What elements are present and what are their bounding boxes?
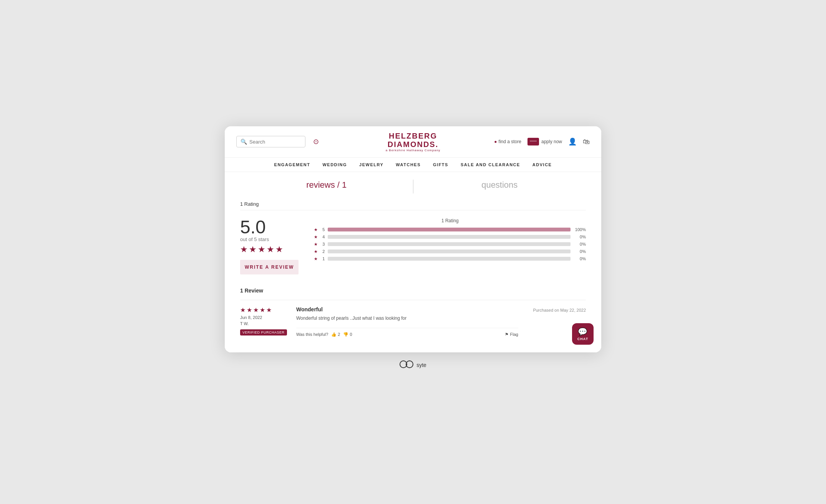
write-review-button[interactable]: WRITE A REVIEW bbox=[240, 260, 299, 274]
bar-pct-1: 0% bbox=[574, 256, 586, 261]
review-title: Wonderful bbox=[296, 306, 518, 312]
score-number: 5.0 bbox=[240, 218, 266, 236]
rating-bars: 1 Rating ★ 5 100% ★ 4 0% ★ 3 0% ★ bbox=[314, 218, 586, 264]
thumbs-up-icon: 👍 bbox=[331, 332, 337, 337]
bar-fill-5 bbox=[328, 228, 571, 231]
bar-pct-4: 0% bbox=[574, 235, 586, 239]
thumbs-down-icon: 👎 bbox=[343, 332, 348, 337]
bar-star-icon: ★ bbox=[314, 227, 318, 232]
thumbs-up-count: 2 bbox=[338, 332, 340, 337]
star-4: ★ bbox=[267, 245, 274, 254]
r-star-4: ★ bbox=[260, 306, 265, 314]
thumbs-down-count: 0 bbox=[350, 332, 352, 337]
bar-label-5: 5 bbox=[321, 227, 325, 232]
user-icon[interactable]: 👤 bbox=[568, 137, 577, 146]
big-score: 5.0 out of 5 stars ★ ★ ★ ★ ★ WRITE A REV… bbox=[240, 218, 299, 274]
nav-item-engagement[interactable]: ENGAGEMENT bbox=[274, 162, 310, 167]
apply-now-area[interactable]: apply now bbox=[527, 138, 562, 145]
tab-questions[interactable]: questions bbox=[413, 180, 586, 193]
bar-row-3: ★ 3 0% bbox=[314, 242, 586, 247]
rating-overview: 5.0 out of 5 stars ★ ★ ★ ★ ★ WRITE A REV… bbox=[240, 214, 586, 278]
apply-now-text[interactable]: apply now bbox=[541, 139, 562, 144]
star-2: ★ bbox=[249, 245, 257, 254]
svg-rect-1 bbox=[530, 140, 537, 142]
r-star-1: ★ bbox=[240, 306, 245, 314]
bar-pct-3: 0% bbox=[574, 242, 586, 246]
chat-icon: 💬 bbox=[578, 327, 588, 336]
bar-track-4 bbox=[328, 235, 571, 239]
syte-logo-icon bbox=[400, 360, 413, 370]
flag-label: Flag bbox=[510, 332, 518, 337]
search-box[interactable]: 🔍 bbox=[236, 136, 305, 147]
r-star-5: ★ bbox=[266, 306, 272, 314]
star-3: ★ bbox=[258, 245, 265, 254]
tabs-row: reviews / 1 questions bbox=[240, 180, 586, 193]
main-content: reviews / 1 questions 1 Rating 5.0 out o… bbox=[225, 172, 601, 352]
review-middle: Wonderful Wonderful string of pearls ..J… bbox=[296, 306, 518, 337]
header-right: ● find a store apply now 👤 🛍 bbox=[472, 137, 590, 146]
search-input[interactable] bbox=[249, 139, 295, 145]
main-nav: ENGAGEMENT WEDDING JEWELRY WATCHES GIFTS… bbox=[225, 158, 601, 172]
rating-count-label: 1 Rating bbox=[240, 201, 586, 210]
bar-label-2: 2 bbox=[321, 249, 325, 254]
flag-button[interactable]: ⚑ Flag bbox=[505, 332, 518, 337]
review-body: Wonderful string of pearls ..Just what I… bbox=[296, 315, 518, 322]
bar-star-icon: ★ bbox=[314, 235, 318, 240]
bar-row-5: ★ 5 100% bbox=[314, 227, 586, 232]
r-star-3: ★ bbox=[253, 306, 259, 314]
syte-footer: syte bbox=[392, 352, 434, 378]
overall-stars: ★ ★ ★ ★ ★ bbox=[240, 245, 283, 254]
bar-star-icon: ★ bbox=[314, 256, 318, 261]
bar-pct-5: 100% bbox=[574, 227, 586, 232]
tab-reviews[interactable]: reviews / 1 bbox=[240, 180, 413, 193]
nav-item-jewelry[interactable]: JEWELRY bbox=[359, 162, 383, 167]
purchased-on: Purchased on May 22, 2022 bbox=[533, 308, 586, 312]
bar-track-5 bbox=[328, 228, 571, 231]
chat-label: CHAT bbox=[577, 337, 588, 341]
bar-track-3 bbox=[328, 242, 571, 246]
bar-star-icon: ★ bbox=[314, 242, 318, 247]
chat-button[interactable]: 💬 CHAT bbox=[572, 323, 594, 345]
search-icon: 🔍 bbox=[241, 139, 247, 145]
rating-bars-title: 1 Rating bbox=[314, 218, 586, 223]
header-left: 🔍 ⊙ bbox=[236, 136, 354, 147]
review-item: ★ ★ ★ ★ ★ Jun 8, 2022 T W. VERIFIED PURC… bbox=[240, 300, 586, 337]
nav-item-sale[interactable]: SALE AND CLEARANCE bbox=[461, 162, 520, 167]
bar-row-1: ★ 1 0% bbox=[314, 256, 586, 261]
out-of-text: out of 5 stars bbox=[240, 236, 269, 242]
helpful-row: Was this helpful? 👍 2 👎 0 ⚑ Flag bbox=[296, 328, 518, 337]
bar-label-3: 3 bbox=[321, 242, 325, 246]
cart-icon[interactable]: 🛍 bbox=[583, 138, 590, 146]
nav-item-watches[interactable]: WATCHES bbox=[396, 162, 421, 167]
nav-item-gifts[interactable]: GIFTS bbox=[433, 162, 448, 167]
location-icon: ● bbox=[494, 139, 497, 144]
star-5: ★ bbox=[275, 245, 283, 254]
bar-track-1 bbox=[328, 257, 571, 261]
helpful-label: Was this helpful? bbox=[296, 332, 328, 337]
bar-track-2 bbox=[328, 250, 571, 253]
r-star-2: ★ bbox=[247, 306, 252, 314]
review-stars: ★ ★ ★ ★ ★ bbox=[240, 306, 290, 314]
bar-star-icon: ★ bbox=[314, 249, 318, 254]
reviews-section: 1 Review ★ ★ ★ ★ ★ Jun 8, 2022 T W. VERI… bbox=[240, 288, 586, 337]
find-store-link[interactable]: ● find a store bbox=[494, 139, 521, 144]
thumbs-down-button[interactable]: 👎 0 bbox=[343, 332, 352, 337]
bar-label-4: 4 bbox=[321, 235, 325, 239]
verified-badge: VERIFIED PURCHASER bbox=[240, 329, 287, 335]
review-left: ★ ★ ★ ★ ★ Jun 8, 2022 T W. VERIFIED PURC… bbox=[240, 306, 290, 337]
review-author: T W. bbox=[240, 321, 290, 326]
rating-section: 1 Rating 5.0 out of 5 stars ★ ★ ★ ★ ★ WR… bbox=[240, 201, 586, 278]
card-icon bbox=[527, 138, 539, 145]
logo-title: HELZBERG DIAMONDS. bbox=[354, 132, 472, 149]
bar-label-1: 1 bbox=[321, 256, 325, 261]
bar-row-2: ★ 2 0% bbox=[314, 249, 586, 254]
syte-label: syte bbox=[416, 362, 426, 368]
nav-item-advice[interactable]: ADVICE bbox=[532, 162, 552, 167]
reviews-count-label: 1 Review bbox=[240, 288, 586, 294]
thumbs-up-button[interactable]: 👍 2 bbox=[331, 332, 340, 337]
nav-item-wedding[interactable]: WEDDING bbox=[322, 162, 347, 167]
bar-pct-2: 0% bbox=[574, 249, 586, 254]
star-1: ★ bbox=[240, 245, 248, 254]
camera-icon[interactable]: ⊙ bbox=[313, 137, 319, 146]
review-date: Jun 8, 2022 bbox=[240, 315, 290, 320]
